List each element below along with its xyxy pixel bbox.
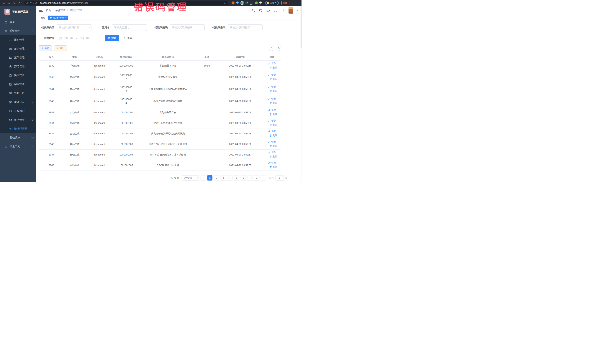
edit-link[interactable]: 修改 — [268, 161, 276, 165]
table-row[interactable]: 3944自动生成dashboard1001001001定时任务的处理器已经存在2… — [39, 118, 280, 128]
edit-link[interactable]: 修改 — [268, 140, 276, 144]
font-size-icon[interactable] — [281, 9, 285, 12]
delete-link[interactable]: 删除 — [269, 89, 277, 93]
url-text[interactable]: dashboard.yudao.iocoder.cn/system/error-… — [40, 2, 88, 4]
page-button-1[interactable]: 1 — [207, 175, 212, 180]
scrollbar-thumb[interactable] — [301, 6, 302, 48]
search-icon[interactable] — [251, 9, 255, 12]
tag-错误码管理[interactable]: 错误码管理× — [48, 16, 68, 20]
edit-link[interactable]: 修改 — [268, 85, 276, 88]
more-pages-icon[interactable]: ••• — [247, 175, 253, 180]
page-button-2[interactable]: 2 — [214, 175, 219, 180]
browser-update-button[interactable]: 更新 ⋮ — [281, 1, 292, 5]
goto-page-input[interactable]: 1 — [276, 175, 284, 180]
delete-link[interactable]: 删除 — [269, 66, 277, 70]
table-row[interactable]: 3942自动生成dashboard1001000004不允许获取敏感配置到前端2… — [39, 95, 280, 107]
page-button-3[interactable]: 3 — [220, 175, 226, 180]
delete-link[interactable]: 删除 — [269, 134, 277, 138]
page-size-select[interactable]: 10条/页 — [182, 175, 199, 180]
add-button[interactable]: ＋ 新增 — [39, 45, 52, 51]
table-row[interactable]: 3943自动生成dashboard1001001000定时任务不存在2021-0… — [39, 107, 280, 118]
search-button[interactable]: 搜索 — [105, 35, 119, 41]
error-code-input[interactable]: 请输入错误码编码 — [170, 24, 205, 31]
home-icon[interactable]: ⌂ — [17, 1, 22, 5]
app-name-input[interactable]: 请输入应用名 — [112, 24, 147, 31]
sidebar-logo[interactable]: 芋道管理系统 — [0, 6, 36, 18]
edit-link[interactable]: 修改 — [268, 150, 276, 154]
table-row[interactable]: 3946自动生成dashboard1001001003定时任务已经处于该状态，无… — [39, 139, 280, 149]
bookmark-star-icon[interactable]: ☆ — [224, 1, 226, 4]
sidebar-item-online-user[interactable]: 在线用户 — [0, 107, 36, 115]
extension-icon[interactable] — [236, 1, 239, 4]
edit-link[interactable]: 修改 — [268, 61, 276, 65]
sidebar-item-notice[interactable]: 通知公告 — [0, 89, 36, 98]
end-date-placeholder[interactable]: 结束日期 — [80, 36, 90, 40]
table-row[interactable]: 3947自动生成dashboard1001001004只有开启状态的任务，才可以… — [39, 149, 280, 160]
sidebar-item-post[interactable]: 岗位管理 — [0, 71, 36, 80]
page-button-4[interactable]: 4 — [227, 175, 232, 180]
sidebar-item-infra[interactable]: 基础设施 — [0, 133, 36, 142]
next-page-button[interactable]: › — [261, 175, 266, 180]
sidebar-item-audit-log[interactable]: 审计日志 — [0, 98, 36, 107]
delete-link[interactable]: 删除 — [269, 155, 277, 159]
error-hint-input[interactable]: 请输入错误码提示 — [228, 24, 263, 31]
sidebar-item-user[interactable]: 用户管理 — [0, 35, 36, 44]
breadcrumb-item[interactable]: 首页 — [46, 9, 51, 12]
edit-link[interactable]: 修改 — [268, 108, 276, 112]
extension-key-icon[interactable] — [255, 1, 258, 4]
sidebar-item-home[interactable]: 首页 — [0, 18, 36, 26]
reset-button[interactable]: ↻ 重置 — [122, 35, 135, 41]
tag-首页[interactable]: 首页 — [39, 16, 47, 20]
table-row[interactable]: 3941自动生成dashboard1001000003不能删除类型为系统内置的参… — [39, 83, 280, 95]
forward-icon[interactable]: → — [7, 1, 11, 5]
back-icon[interactable]: ← — [2, 1, 6, 5]
help-icon[interactable]: ? — [266, 9, 270, 12]
edit-link[interactable]: 修改 — [268, 73, 276, 77]
table-row[interactable]: 3945自动生成dashboard1001001002只允许修改为开启或者关闭状… — [39, 128, 280, 139]
table-row[interactable]: 3948自动生成dashboard1001001005CRON 表达式不正确20… — [39, 160, 280, 170]
sidebar-item-menu[interactable]: 菜单管理 — [0, 53, 36, 62]
prev-page-button[interactable]: ‹ — [201, 175, 206, 180]
delete-link[interactable]: 删除 — [269, 165, 277, 169]
extensions-puzzle-icon[interactable] — [259, 1, 262, 4]
github-icon[interactable] — [259, 9, 263, 12]
profile-paused-badge[interactable]: 已暂停 — [265, 1, 279, 5]
browser-menu-icon[interactable]: ⋮ — [289, 2, 291, 4]
delete-link[interactable]: 删除 — [269, 77, 277, 81]
delete-link[interactable]: 删除 — [269, 101, 277, 105]
edit-link[interactable]: 修改 — [268, 97, 276, 101]
toggle-search-icon[interactable] — [269, 46, 274, 51]
scrollbar[interactable] — [301, 6, 302, 182]
error-type-select[interactable]: 请选择错误码类型 — [57, 24, 92, 31]
page-button-6[interactable]: 6 — [241, 175, 246, 180]
date-range-picker[interactable]: 开始日期 - 结束日期 — [57, 35, 100, 41]
not-secure-label[interactable]: 不安全 — [30, 1, 37, 4]
sidebar-item-dept[interactable]: 部门管理 — [0, 62, 36, 71]
sidebar-item-sms[interactable]: 短信管理 — [0, 115, 36, 124]
address-bar[interactable]: ⚠ 不安全 dashboard.yudao.iocoder.cn/system/… — [24, 1, 228, 5]
fullscreen-icon[interactable] — [274, 9, 277, 12]
reload-icon[interactable]: ↻ — [12, 1, 16, 5]
page-button-5[interactable]: 5 — [234, 175, 239, 180]
edit-link[interactable]: 修改 — [268, 119, 276, 122]
edit-link[interactable]: 修改 — [268, 129, 276, 133]
extension-on-icon[interactable] — [250, 1, 253, 4]
refresh-table-icon[interactable]: ↻ — [276, 46, 281, 51]
hamburger-icon[interactable] — [39, 9, 43, 12]
sidebar-item-dev-tools[interactable]: 研发工具 — [0, 142, 36, 151]
extension-icon[interactable] — [245, 1, 248, 4]
delete-link[interactable]: 删除 — [269, 144, 277, 148]
caret-down-icon[interactable]: ▾ — [297, 9, 298, 11]
close-icon[interactable]: × — [65, 17, 66, 19]
sidebar-item-system[interactable]: 系统管理 — [0, 26, 36, 35]
sidebar-item-role[interactable]: 角色管理 — [0, 44, 36, 53]
start-date-placeholder[interactable]: 开始日期 — [63, 36, 73, 40]
table-row[interactable]: 3939手动编辑dashboard1001000001参数配置不存在ceshi2… — [39, 60, 280, 71]
delete-link[interactable]: 删除 — [269, 112, 277, 116]
delete-link[interactable]: 删除 — [269, 123, 277, 127]
extension-icon[interactable] — [232, 1, 234, 4]
user-avatar[interactable] — [289, 7, 293, 13]
export-button[interactable]: 导出 — [54, 45, 67, 51]
breadcrumb-item[interactable]: 系统管理 — [55, 9, 66, 12]
extension-icon[interactable]: V — [241, 1, 244, 4]
